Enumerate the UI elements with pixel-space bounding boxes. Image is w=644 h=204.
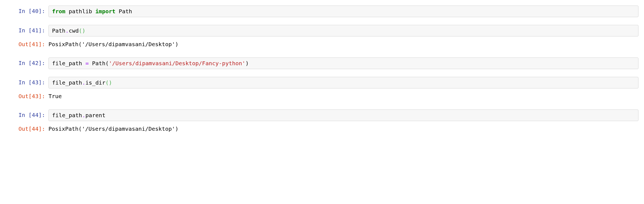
- code-input[interactable]: from pathlib import Path: [48, 6, 638, 17]
- input-cell: In [44]:file_path.parent: [0, 109, 638, 121]
- output-cell: Out[43]:True: [0, 91, 638, 102]
- output-cell: Out[41]:PosixPath('/Users/dipamvasani/De…: [0, 39, 638, 50]
- code-token: Path: [52, 27, 65, 34]
- code-token: from: [52, 8, 65, 15]
- input-prompt: In [41]:: [0, 25, 48, 34]
- code-token: file_path: [52, 112, 82, 119]
- code-input[interactable]: file_path.is_dir(): [48, 77, 638, 88]
- cell-group: In [41]:Path.cwd()Out[41]:PosixPath('/Us…: [0, 25, 638, 50]
- output-prompt: Out[41]:: [0, 39, 48, 48]
- input-cell: In [40]:from pathlib import Path: [0, 6, 638, 17]
- code-token: pathlib: [65, 8, 95, 15]
- output-prompt: Out[43]:: [0, 91, 48, 100]
- notebook-container: In [40]:from pathlib import PathIn [41]:…: [0, 6, 638, 134]
- code-token: file_path: [52, 79, 82, 86]
- cell-group: In [40]:from pathlib import Path: [0, 6, 638, 17]
- code-token: .: [65, 27, 69, 34]
- input-cell: In [43]:file_path.is_dir(): [0, 77, 638, 88]
- code-token: is_dir: [85, 79, 105, 86]
- code-token: ): [245, 60, 249, 67]
- output-cell: Out[44]:PosixPath('/Users/dipamvasani/De…: [0, 123, 638, 134]
- output-text: PosixPath('/Users/dipamvasani/Desktop'): [48, 123, 638, 134]
- input-cell: In [41]:Path.cwd(): [0, 25, 638, 36]
- output-text: True: [48, 91, 638, 102]
- input-prompt: In [40]:: [0, 6, 48, 14]
- cell-group: In [42]:file_path = Path('/Users/dipamva…: [0, 57, 638, 69]
- code-input[interactable]: file_path.parent: [48, 109, 638, 121]
- code-token: (): [105, 79, 112, 86]
- code-token: import: [96, 8, 115, 15]
- code-token: parent: [85, 112, 105, 119]
- output-prompt: Out[44]:: [0, 123, 48, 132]
- code-token: =: [85, 60, 89, 67]
- cell-group: In [44]:file_path.parentOut[44]:PosixPat…: [0, 109, 638, 134]
- code-token: .: [82, 79, 85, 86]
- code-token: .: [82, 112, 85, 119]
- code-input[interactable]: file_path = Path('/Users/dipamvasani/Des…: [48, 57, 638, 69]
- input-cell: In [42]:file_path = Path('/Users/dipamva…: [0, 57, 638, 69]
- output-text: PosixPath('/Users/dipamvasani/Desktop'): [48, 39, 638, 50]
- input-prompt: In [44]:: [0, 109, 48, 118]
- code-token: cwd: [69, 27, 79, 34]
- code-token: (): [79, 27, 85, 34]
- code-token: file_path: [52, 60, 85, 67]
- code-token: Path: [115, 8, 132, 15]
- input-prompt: In [42]:: [0, 57, 48, 66]
- code-token: '/Users/dipamvasani/Desktop/Fancy-python…: [109, 60, 246, 67]
- input-prompt: In [43]:: [0, 77, 48, 86]
- cell-group: In [43]:file_path.is_dir()Out[43]:True: [0, 77, 638, 102]
- code-input[interactable]: Path.cwd(): [48, 25, 638, 36]
- code-token: Path(: [89, 60, 109, 67]
